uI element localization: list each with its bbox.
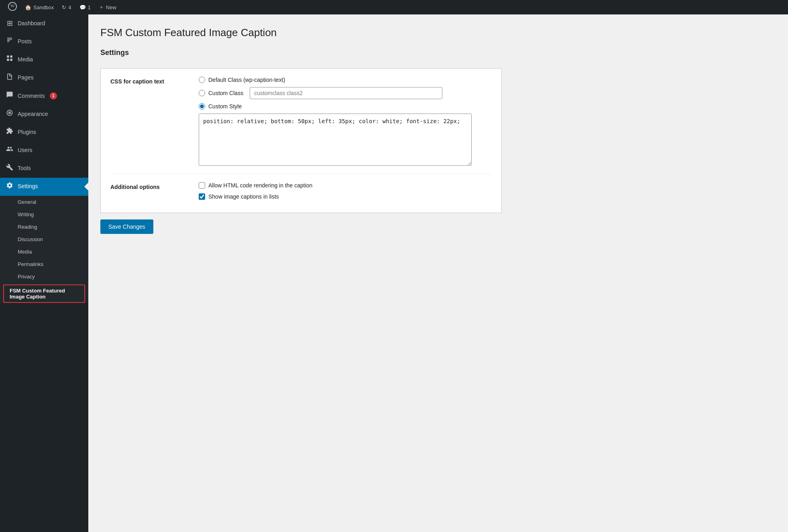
media-icon bbox=[6, 55, 14, 65]
additional-options-row: Additional options Allow HTML code rende… bbox=[110, 174, 492, 213]
css-caption-label: CSS for caption text bbox=[110, 77, 199, 166]
submenu-item-general[interactable]: General bbox=[0, 196, 88, 208]
submenu-item-permalinks[interactable]: Permalinks bbox=[0, 258, 88, 270]
sidebar-item-appearance[interactable]: Appearance bbox=[0, 105, 88, 123]
sidebar-item-pages[interactable]: Pages bbox=[0, 69, 88, 87]
comments-icon: 💬 bbox=[79, 4, 86, 10]
admin-bar-comments[interactable]: 💬 1 bbox=[76, 0, 94, 14]
pages-icon bbox=[6, 73, 14, 83]
custom-style-textarea[interactable]: position: relative; bottom: 50px; left: … bbox=[199, 114, 472, 166]
settings-icon bbox=[6, 182, 14, 192]
radio-default-class[interactable] bbox=[199, 77, 205, 83]
sidebar-item-label: Media bbox=[18, 56, 33, 64]
checkbox-allow-html[interactable]: Allow HTML code rendering in the caption bbox=[199, 182, 492, 189]
admin-bar-sandbox[interactable]: 🏠 Sandbox bbox=[22, 0, 57, 14]
sidebar-item-label: Comments bbox=[18, 92, 45, 100]
sidebar-item-label: Dashboard bbox=[18, 20, 45, 28]
sidebar-item-label: Posts bbox=[18, 38, 32, 46]
submenu-item-reading[interactable]: Reading bbox=[0, 221, 88, 233]
settings-submenu: General Writing Reading Discussion Media… bbox=[0, 196, 88, 303]
page-title: FSM Custom Featured Image Caption bbox=[100, 26, 776, 39]
sidebar-item-comments[interactable]: Comments 1 bbox=[0, 87, 88, 105]
checkbox-allow-html-label: Allow HTML code rendering in the caption bbox=[208, 182, 312, 189]
svg-rect-3 bbox=[7, 56, 9, 58]
css-caption-row: CSS for caption text Default Class (wp-c… bbox=[110, 69, 492, 174]
radio-custom-style-label: Custom Style bbox=[208, 103, 242, 110]
comments-sidebar-icon bbox=[6, 91, 14, 101]
admin-bar: W 🏠 Sandbox ↻ 4 💬 1 ＋ New bbox=[0, 0, 788, 14]
radio-option-custom-style[interactable]: Custom Style bbox=[199, 103, 492, 110]
svg-rect-5 bbox=[7, 59, 9, 61]
checkbox-show-captions-input[interactable] bbox=[199, 193, 205, 200]
css-caption-field: Default Class (wp-caption-text) Custom C… bbox=[199, 77, 492, 166]
submenu-item-writing[interactable]: Writing bbox=[0, 208, 88, 221]
submenu-item-privacy[interactable]: Privacy bbox=[0, 270, 88, 283]
radio-custom-class[interactable] bbox=[199, 90, 205, 96]
users-icon bbox=[6, 145, 14, 155]
svg-text:W: W bbox=[10, 3, 15, 8]
comments-badge: 1 bbox=[50, 92, 57, 99]
sidebar-item-posts[interactable]: Posts bbox=[0, 32, 88, 51]
sidebar: ⊞ Dashboard Posts Media Pages bbox=[0, 14, 88, 532]
svg-rect-4 bbox=[10, 56, 12, 58]
radio-option-custom-class: Custom Class bbox=[199, 87, 492, 99]
sidebar-item-media[interactable]: Media bbox=[0, 51, 88, 69]
checkbox-show-captions[interactable]: Show image captions in lists bbox=[199, 193, 492, 200]
admin-bar-new[interactable]: ＋ New bbox=[96, 0, 120, 14]
settings-heading: Settings bbox=[100, 49, 776, 60]
sidebar-item-label: Appearance bbox=[18, 110, 48, 118]
radio-custom-class-label-wrap[interactable]: Custom Class bbox=[199, 90, 243, 96]
sidebar-item-dashboard[interactable]: ⊞ Dashboard bbox=[0, 14, 88, 32]
admin-bar-updates[interactable]: ↻ 4 bbox=[59, 0, 74, 14]
radio-default-class-label: Default Class (wp-caption-text) bbox=[208, 77, 285, 83]
submenu-item-fsm-custom[interactable]: FSM Custom Featured Image Caption bbox=[3, 284, 85, 303]
svg-rect-6 bbox=[10, 59, 12, 61]
radio-custom-class-label: Custom Class bbox=[208, 90, 243, 96]
custom-class-input[interactable] bbox=[250, 87, 442, 99]
main-content: FSM Custom Featured Image Caption Settin… bbox=[88, 14, 788, 532]
wp-logo-icon: W bbox=[8, 2, 17, 13]
sidebar-item-label: Plugins bbox=[18, 128, 36, 136]
settings-form: CSS for caption text Default Class (wp-c… bbox=[100, 68, 502, 213]
sidebar-item-label: Settings bbox=[18, 183, 38, 191]
sidebar-menu: ⊞ Dashboard Posts Media Pages bbox=[0, 14, 88, 196]
plugins-icon bbox=[6, 127, 14, 137]
checkbox-show-captions-label: Show image captions in lists bbox=[208, 193, 279, 200]
radio-option-default-class[interactable]: Default Class (wp-caption-text) bbox=[199, 77, 492, 83]
wp-logo-item[interactable]: W bbox=[5, 0, 20, 14]
sidebar-item-users[interactable]: Users bbox=[0, 141, 88, 159]
submenu-item-discussion[interactable]: Discussion bbox=[0, 233, 88, 246]
sidebar-item-plugins[interactable]: Plugins bbox=[0, 123, 88, 141]
home-icon: 🏠 bbox=[25, 4, 31, 10]
sidebar-item-label: Pages bbox=[18, 74, 34, 82]
appearance-icon bbox=[6, 109, 14, 119]
updates-icon: ↻ bbox=[62, 4, 66, 10]
additional-options-label: Additional options bbox=[110, 182, 199, 205]
plus-icon: ＋ bbox=[99, 4, 104, 11]
tools-icon bbox=[6, 164, 14, 174]
radio-custom-style[interactable] bbox=[199, 103, 205, 110]
sidebar-item-label: Tools bbox=[18, 164, 31, 173]
sidebar-item-label: Users bbox=[18, 146, 33, 154]
dashboard-icon: ⊞ bbox=[6, 18, 14, 28]
posts-icon bbox=[6, 37, 14, 47]
submenu-item-media[interactable]: Media bbox=[0, 246, 88, 258]
sidebar-item-tools[interactable]: Tools bbox=[0, 160, 88, 178]
additional-options-field: Allow HTML code rendering in the caption… bbox=[199, 182, 492, 205]
checkbox-allow-html-input[interactable] bbox=[199, 182, 205, 189]
save-changes-button[interactable]: Save Changes bbox=[100, 219, 153, 234]
sidebar-item-settings[interactable]: Settings bbox=[0, 178, 88, 196]
